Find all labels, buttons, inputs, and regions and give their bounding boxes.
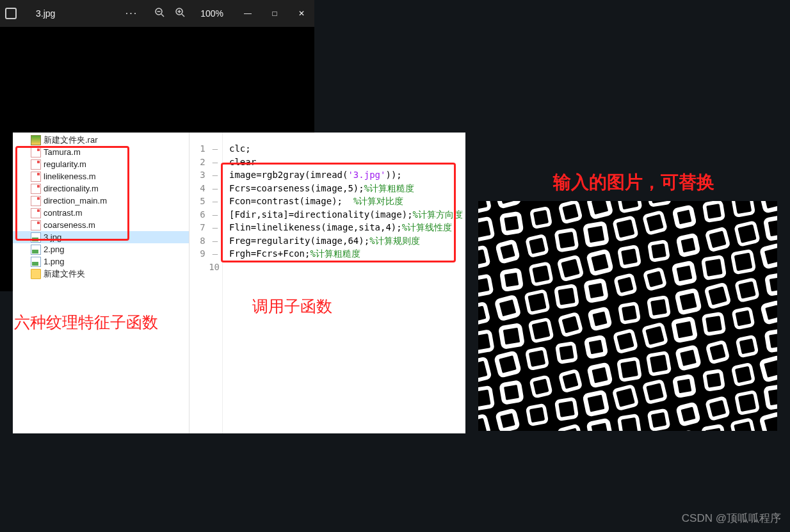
m-file-icon — [31, 208, 41, 218]
code-line[interactable]: Flin=linelikeness(image,sita,4);%计算线性度 — [229, 222, 465, 236]
line-number: 5 — — [189, 196, 222, 209]
file-list: 新建文件夹.rarTamura.mregularity.mlinelikenes… — [13, 133, 189, 280]
file-item[interactable]: 新建文件夹 — [13, 268, 189, 280]
code-editor-panel: 1 —2 —3 —4 —5 —6 —7 —8 —9 —10 clc;cleari… — [189, 133, 465, 433]
file-name-label: 新建文件夹 — [44, 268, 85, 280]
file-name-label: direction_main.m — [44, 196, 107, 206]
line-number: 4 — — [189, 183, 222, 197]
img-file-icon — [31, 257, 41, 267]
code-line[interactable]: Freg=regularity(image,64);%计算规则度 — [229, 236, 465, 249]
file-name-label: 2.png — [44, 245, 65, 254]
caption-six-features: 六种纹理特征子函数 — [14, 312, 158, 333]
file-item[interactable]: directionality.m — [13, 182, 189, 195]
m-file-icon — [31, 147, 41, 157]
line-number-gutter: 1 —2 —3 —4 —5 —6 —7 —8 —9 —10 — [189, 133, 223, 433]
texture-image-display — [478, 201, 777, 431]
img-file-icon — [31, 245, 41, 255]
more-menu-icon[interactable]: ··· — [125, 8, 138, 19]
line-number: 2 — — [189, 157, 222, 170]
file-item[interactable]: regularity.m — [13, 158, 189, 170]
file-name-label: linelikeness.m — [44, 172, 96, 181]
m-file-icon — [31, 220, 41, 230]
viewer-filename: 3.jpg — [36, 8, 55, 19]
file-item[interactable]: 新建文件夹.rar — [13, 134, 189, 146]
image-viewer-titlebar: 3.jpg ··· 100% — □ ✕ — [0, 0, 314, 27]
code-line[interactable] — [229, 262, 465, 275]
line-number: 10 — [189, 262, 222, 275]
zoom-level-label: 100% — [200, 8, 223, 19]
file-item[interactable]: 1.png — [13, 255, 189, 268]
line-number: 7 — — [189, 222, 222, 236]
img-file-icon — [31, 232, 41, 243]
file-explorer-panel: 新建文件夹.rarTamura.mregularity.mlinelikenes… — [13, 133, 189, 433]
code-line[interactable]: image=rgb2gray(imread('3.jpg')); — [229, 170, 465, 183]
file-name-label: 1.png — [44, 257, 65, 266]
file-name-label: directionality.m — [44, 184, 99, 193]
code-line[interactable]: Frgh=Fcrs+Fcon;%计算粗糙度 — [229, 248, 465, 262]
zoom-in-button[interactable] — [175, 7, 185, 20]
file-name-label: 新建文件夹.rar — [44, 134, 98, 146]
file-item[interactable]: contrast.m — [13, 207, 189, 219]
code-line[interactable]: clear — [229, 157, 465, 170]
file-name-label: Tamura.m — [44, 147, 81, 157]
file-item[interactable]: linelikeness.m — [13, 170, 189, 182]
close-button[interactable]: ✕ — [294, 9, 309, 18]
code-line[interactable]: [Fdir,sita]=directionality(image);%计算方向度 — [229, 209, 465, 223]
m-file-icon — [31, 172, 41, 182]
line-number: 9 — — [189, 248, 222, 262]
line-number: 6 — — [189, 209, 222, 223]
file-item[interactable]: Tamura.m — [13, 146, 189, 158]
svg-line-1 — [161, 14, 164, 17]
svg-line-4 — [182, 14, 184, 17]
caption-input-image: 输入的图片，可替换 — [553, 170, 714, 195]
code-line[interactable]: Fcrs=coarseness(image,5);%计算粗糙度 — [229, 183, 465, 197]
code-area[interactable]: clc;clearimage=rgb2gray(imread('3.jpg'))… — [223, 133, 465, 433]
minimize-button[interactable]: — — [240, 9, 255, 18]
watermark: CSDN @顶呱呱程序 — [682, 511, 781, 526]
file-item[interactable]: 3.jpg — [13, 231, 189, 243]
zoom-out-button[interactable] — [154, 7, 165, 20]
m-file-icon — [31, 159, 41, 170]
file-item[interactable]: 2.png — [13, 243, 189, 255]
file-name-label: 3.jpg — [44, 232, 61, 242]
home-icon[interactable] — [5, 8, 17, 19]
code-line[interactable]: Fcon=contrast(image); %计算对比度 — [229, 196, 465, 209]
file-item[interactable]: coarseness.m — [13, 219, 189, 231]
file-name-label: contrast.m — [44, 208, 83, 218]
line-number: 3 — — [189, 170, 222, 183]
code-line[interactable]: clc; — [229, 143, 465, 157]
line-number: 1 — — [189, 143, 222, 157]
line-number: 8 — — [189, 236, 222, 249]
caption-call-subfunc: 调用子函数 — [252, 296, 332, 317]
rar-file-icon — [31, 135, 41, 145]
file-name-label: coarseness.m — [44, 220, 95, 230]
m-file-icon — [31, 196, 41, 206]
file-item[interactable]: direction_main.m — [13, 195, 189, 207]
maximize-button[interactable]: □ — [267, 9, 282, 18]
folder-file-icon — [31, 269, 41, 279]
file-name-label: regularity.m — [44, 159, 86, 169]
m-file-icon — [31, 184, 41, 194]
